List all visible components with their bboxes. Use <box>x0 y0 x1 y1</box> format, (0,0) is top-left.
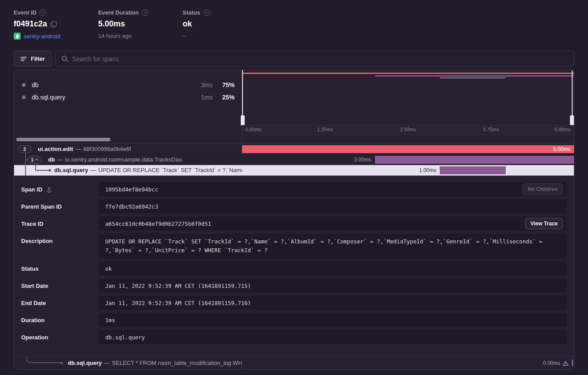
status-column: Status ? ok – <box>183 9 267 40</box>
span-description: io.sentry.android.roomsample.data.Tracks… <box>65 156 182 163</box>
detail-row-start-date: Start Date Jan 11, 2022 9:52:39 AM CET (… <box>21 279 566 293</box>
detail-row-duration: Duration 1ms <box>21 313 566 327</box>
time-axis-section: 0.00ms 1.25ms 2.50ms 3.75ms 5.00ms <box>14 125 574 135</box>
minimap-left-grip[interactable] <box>241 115 245 125</box>
span-op: db <box>48 156 55 163</box>
span-description: 88f300998a0b4e6f <box>83 146 131 152</box>
operation-field: db.sql.query <box>99 330 566 344</box>
minimap-span-line <box>242 73 574 74</box>
event-duration-column: Event Duration ? 5.00ms 14 hours ago <box>98 9 183 40</box>
children-count: 1 <box>31 157 33 162</box>
filter-button[interactable]: Filter <box>14 51 52 67</box>
help-icon[interactable]: ? <box>142 9 148 16</box>
span-duration: 3.00ms <box>354 154 375 165</box>
detail-row-end-date: End Date Jan 11, 2022 9:52:39 AM CET (16… <box>21 296 566 310</box>
event-duration-value: 5.00ms <box>98 19 125 29</box>
children-count-pill[interactable]: 2 <box>18 145 32 153</box>
span-row-next-db-sql-query[interactable]: db.sql.query — SELECT * FROM room_table_… <box>14 356 574 369</box>
span-bar[interactable] <box>440 166 505 174</box>
children-count-pill[interactable]: 1 <box>27 156 42 164</box>
end-date-field: Jan 11, 2022 9:52:39 AM CET (1641891159.… <box>99 296 566 310</box>
copy-icon[interactable] <box>51 21 57 27</box>
axis-tick-label: 2.50ms <box>400 127 416 132</box>
breakdown-row-db-sql-query[interactable]: db.sql.query 1ms 25% <box>22 91 235 103</box>
trace-minimap[interactable] <box>242 70 574 125</box>
op-name: db.sql.query <box>32 94 201 101</box>
minimap-span-line <box>440 77 505 78</box>
search-input[interactable] <box>72 55 568 62</box>
span-separator: — <box>104 360 110 366</box>
no-children-button: No Children <box>522 184 563 195</box>
span-bar[interactable] <box>375 156 574 164</box>
detail-row-description: Description UPDATE OR REPLACE `Track` SE… <box>21 234 566 258</box>
span-duration: 0.00ms <box>543 360 560 366</box>
op-time: 3ms <box>201 81 213 88</box>
axis-tick-label: 1.25ms <box>317 127 333 132</box>
op-name: db <box>32 81 201 88</box>
event-id-value: f0491c2a <box>14 19 47 29</box>
op-percent: 75% <box>220 81 235 88</box>
detail-label: Operation <box>21 334 48 344</box>
filter-button-label: Filter <box>31 55 45 62</box>
span-id-field: 1095bd4ef8e94bcc No Children <box>99 182 566 196</box>
detail-label: Trace ID <box>21 221 44 231</box>
span-search[interactable] <box>55 51 574 67</box>
zero-duration-bar <box>572 360 573 366</box>
event-header: Event ID ? f0491c2a sentry-android Event… <box>0 0 588 40</box>
detail-label: Parent Span ID <box>21 203 62 213</box>
start-date-value: Jan 11, 2022 9:52:39 AM CET (1641891159.… <box>105 283 251 289</box>
detail-label: Span ID <box>21 186 42 196</box>
axis-tick-label: 0.00ms <box>246 127 261 132</box>
status-value: ok <box>183 19 192 29</box>
help-icon[interactable]: ? <box>203 9 210 16</box>
span-op: db.sql.query <box>68 360 102 366</box>
filter-icon <box>21 56 27 62</box>
children-count: 2 <box>23 147 26 152</box>
minimap-span-line <box>375 75 574 77</box>
op-percent: 25% <box>220 94 235 101</box>
span-row-db-sql-query-selected[interactable]: db.sql.query — UPDATE OR REPLACE `Track`… <box>14 165 574 176</box>
end-date-value: Jan 11, 2022 9:52:39 AM CET (1641891159.… <box>105 300 251 306</box>
span-row-db[interactable]: 1 db — io.sentry.android.roomsample.data… <box>14 154 574 165</box>
tree-connector-dot <box>60 362 63 364</box>
description-field: UPDATE OR REPLACE `Track` SET `TrackId` … <box>99 234 566 258</box>
tree-connector <box>35 170 48 171</box>
axis-tick-label: 5.00ms <box>555 127 570 132</box>
project-link[interactable]: sentry-android <box>24 33 60 40</box>
minimap-right-grip[interactable] <box>570 115 574 125</box>
duration-value: 1ms <box>105 317 115 324</box>
chevron-up-icon <box>35 158 38 161</box>
detail-row-status: Status ok <box>21 261 566 276</box>
detail-label: End Date <box>21 300 46 310</box>
view-trace-button[interactable]: View Trace <box>525 218 563 229</box>
breakdown-row-db[interactable]: db 3ms 75% <box>22 79 235 91</box>
status-detail-value: ok <box>105 265 112 272</box>
trace-panel: db 3ms 75% db.sql.query 1ms 25% <box>14 70 574 370</box>
description-value: UPDATE OR REPLACE `Track` SET `TrackId` … <box>105 238 542 254</box>
horizontal-scrollbar[interactable] <box>16 138 110 141</box>
tree-connector <box>25 153 26 176</box>
parent-span-id-value: ffe7dbc92a6942c3 <box>105 203 158 210</box>
span-separator: — <box>57 156 63 163</box>
operation-value: db.sql.query <box>105 334 145 341</box>
spans-toolbar: Filter <box>14 51 574 67</box>
status-field: ok <box>99 261 566 276</box>
op-color-dot <box>22 96 26 99</box>
span-duration: 5.00ms <box>553 144 570 154</box>
detail-label: Status <box>21 265 39 276</box>
span-duration: 1.00ms <box>419 165 440 175</box>
span-op: db.sql.query <box>54 167 88 173</box>
span-row-ui-action-edit[interactable]: 2 ui.action.edit — 88f300998a0b4e6f 5.00… <box>14 144 574 154</box>
span-op: ui.action.edit <box>38 146 73 152</box>
span-bar[interactable] <box>242 145 574 153</box>
parent-span-id-field: ffe7dbc92a6942c3 <box>99 199 566 213</box>
help-icon[interactable]: ? <box>40 9 46 16</box>
android-icon <box>14 33 21 40</box>
detail-label: Start Date <box>21 283 48 293</box>
anchor-icon[interactable] <box>46 187 52 193</box>
scrollbar-row <box>14 135 574 144</box>
event-id-label: Event ID <box>14 9 37 16</box>
minimap-section: db 3ms 75% db.sql.query 1ms 25% <box>14 70 574 125</box>
detail-row-span-id: Span ID 1095bd4ef8e94bcc No Children <box>21 182 566 196</box>
span-details: Span ID 1095bd4ef8e94bcc No Children Par… <box>14 176 574 347</box>
